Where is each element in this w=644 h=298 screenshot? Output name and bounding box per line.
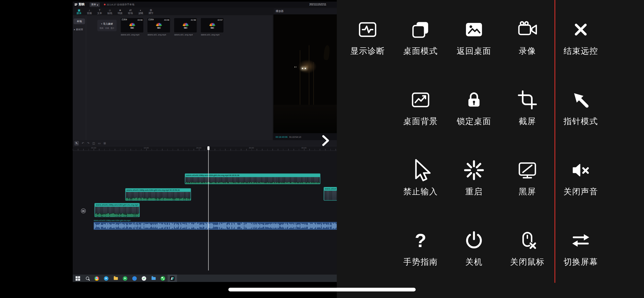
taskbar-app-jianying[interactable] (168, 275, 177, 282)
link-icon (82, 210, 85, 211)
media-item[interactable]: 42:57 NBC debris.s01..eng.mp4 (201, 18, 224, 36)
ruler-label: 20:00 (196, 146, 201, 149)
media-item[interactable]: 已添加 43:08 NBC debris. (121, 18, 143, 36)
taskbar-app-explorer[interactable] (149, 275, 158, 282)
restart-spinner-icon (461, 157, 487, 184)
arrow-pointer-icon (568, 86, 593, 114)
tab-media[interactable]: ▣媒体 (74, 7, 84, 15)
autosave-status: 22.14.27 自动保存于本地 (104, 3, 135, 6)
power-icon (461, 227, 487, 254)
padlock-icon (461, 86, 487, 114)
clip-label: debris.s01e01.1080p.web.h264-glhf.chs.en… (126, 189, 191, 192)
scene-dots (295, 67, 297, 67)
track-link-toggle-button[interactable] (81, 208, 86, 213)
disable-input-button[interactable]: 禁止输入 (394, 157, 447, 197)
scene-pole (300, 50, 300, 105)
video-thumbnail: 41:58 NBC (174, 18, 197, 32)
telegram-icon (104, 276, 109, 281)
home-indicator[interactable] (228, 288, 416, 292)
clip-filmstrip (185, 177, 320, 182)
taskbar-app-video[interactable] (120, 275, 130, 282)
collapse-panel-button[interactable] (316, 131, 334, 150)
end-remote-button[interactable]: 结束远控 (554, 16, 607, 57)
timeline-clip[interactable]: debris.s01e01.1080p.web.h264-glhf.chs.en… (94, 203, 140, 217)
tab-filter[interactable]: ◐滤镜 (136, 7, 146, 15)
lock-desktop-button[interactable]: 锁定桌面 (447, 86, 501, 127)
diagnostics-button[interactable]: 显示诊断 (341, 16, 394, 57)
disable-mouse-button[interactable]: 关闭鼠标 (501, 227, 554, 268)
ruler-label: 30:00 (249, 146, 254, 149)
total-timecode: 01:22:54:13 (289, 136, 301, 138)
screenshot-button[interactable]: 截屏 (501, 86, 554, 127)
taskbar-app-checker[interactable] (139, 275, 149, 282)
editor-titlebar: 剪映 菜单▾ 22.14.27 自动保存于本地 202111152211 (73, 2, 338, 7)
timeline-clip[interactable]: debris.s01e03.1080p.web.h264-glhf.chs.en… (185, 173, 320, 184)
return-desktop-button[interactable]: 返回桌面 (447, 16, 501, 57)
taskbar-app-browser[interactable] (130, 275, 139, 282)
player-title: 播放器 (273, 8, 338, 14)
transition-tab-icon: ⇄ (129, 8, 131, 11)
ruler-label: 00:00 (91, 146, 96, 149)
video-thumbnail: 已添加 43:08 NBC (121, 18, 143, 32)
sidebar-item-library[interactable]: ▸ 素材库 (73, 28, 86, 32)
start-button[interactable] (73, 275, 82, 282)
clip-label: debris.s01e0 (324, 187, 337, 191)
timeline-clip[interactable]: debris.s01e0 (324, 187, 338, 200)
taskbar-app-chrome[interactable] (92, 275, 101, 282)
tab-transition[interactable]: ⇄转场 (125, 7, 136, 15)
editor-tab-bar: ▣媒体 ♪音频 T文本 ☺贴纸 ★特效 ⇄转场 ◐滤镜 ⚙调节 (74, 7, 274, 15)
taskbar-search-button[interactable] (83, 275, 92, 282)
timeline-panel: ↖ ↶ ↷ ◫ ▭ ⊞ 00:00 10:00 20:00 30:00 40:0… (73, 140, 338, 275)
adjust-tab-icon: ⚙ (150, 8, 152, 11)
tab-text[interactable]: T文本 (94, 7, 105, 15)
grid-tool-button[interactable]: ⊞ (104, 141, 106, 145)
select-tool-button[interactable]: ↖ (74, 141, 79, 145)
mute-button[interactable]: 关闭声音 (554, 157, 607, 197)
crop-tool-button[interactable]: ▭ (98, 141, 101, 145)
taskbar-app-telegram[interactable] (101, 275, 111, 282)
chrome-icon (94, 276, 99, 281)
media-library-panel: 本地 ▸ 素材库 + 导入素材 视频、音频、图片 已添加 43:08 (73, 15, 273, 140)
player-panel: 播放器 00:19:40:06 01:22:54:13 (273, 8, 338, 140)
tab-adjust[interactable]: ⚙调节 (146, 7, 156, 15)
svg-text:NBC: NBC (130, 27, 134, 29)
clip-filmstrip (324, 191, 337, 201)
redo-button[interactable]: ↷ (87, 141, 89, 145)
file-name: debris.s01..eng.mp4 (201, 33, 224, 36)
close-x-icon (568, 16, 593, 43)
shutdown-button[interactable]: 关机 (447, 227, 501, 268)
pointer-mode-button[interactable]: 指针模式 (554, 86, 607, 127)
timeline-ruler[interactable]: 00:00 10:00 20:00 30:00 40:00 (73, 146, 338, 151)
taskbar-app-files[interactable] (111, 275, 120, 282)
crop-icon (515, 86, 540, 114)
diagnostics-icon (355, 16, 380, 43)
video-thumbnail: 已添加 43:08 NBC (148, 18, 170, 32)
desktop-mode-button[interactable]: 桌面模式 (394, 16, 447, 57)
record-dot-icon (104, 4, 106, 5)
timeline-clip[interactable]: debris.s01e01.1080p.web.h264-glhf.chs.en… (125, 188, 191, 200)
windows-logo-icon (76, 276, 80, 281)
svg-text:NBC: NBC (157, 27, 160, 29)
black-screen-button[interactable]: 黑屏 (501, 157, 554, 197)
switch-screen-button[interactable]: 切换屏幕 (554, 227, 607, 268)
playhead[interactable] (208, 146, 209, 270)
taskbar-app-wechat[interactable] (158, 275, 168, 282)
restart-button[interactable]: 重启 (447, 157, 501, 197)
split-tool-button[interactable]: ◫ (92, 141, 95, 145)
record-button[interactable]: 录像 (501, 16, 554, 57)
sidebar-item-local[interactable]: 本地 (74, 19, 85, 24)
desktop-background-button[interactable]: 桌面背景 (394, 86, 447, 127)
gesture-guide-button[interactable]: ? 手势指南 (394, 227, 447, 268)
tab-effects[interactable]: ★特效 (115, 7, 125, 15)
media-item[interactable]: 已添加 43:08 NBC debris. (148, 18, 170, 36)
duration-label: 42:57 (217, 19, 223, 21)
undo-button[interactable]: ↶ (82, 141, 84, 145)
filter-tab-icon: ◐ (140, 8, 142, 11)
menu-button[interactable]: 菜单▾ (90, 2, 100, 7)
media-item[interactable]: 41:58 NBC debris.s01..eng.mp4 (174, 18, 197, 36)
import-media-button[interactable]: + 导入素材 视频、音频、图片 (97, 20, 117, 31)
tab-sticker[interactable]: ☺贴纸 (105, 7, 115, 15)
tab-audio[interactable]: ♪音频 (84, 7, 94, 15)
video-thumbnail: 42:57 NBC (201, 18, 224, 32)
timeline-audio-clip[interactable]: debris.s01e03.1080p.web.h264-glhf.chs.mp… (94, 219, 338, 230)
